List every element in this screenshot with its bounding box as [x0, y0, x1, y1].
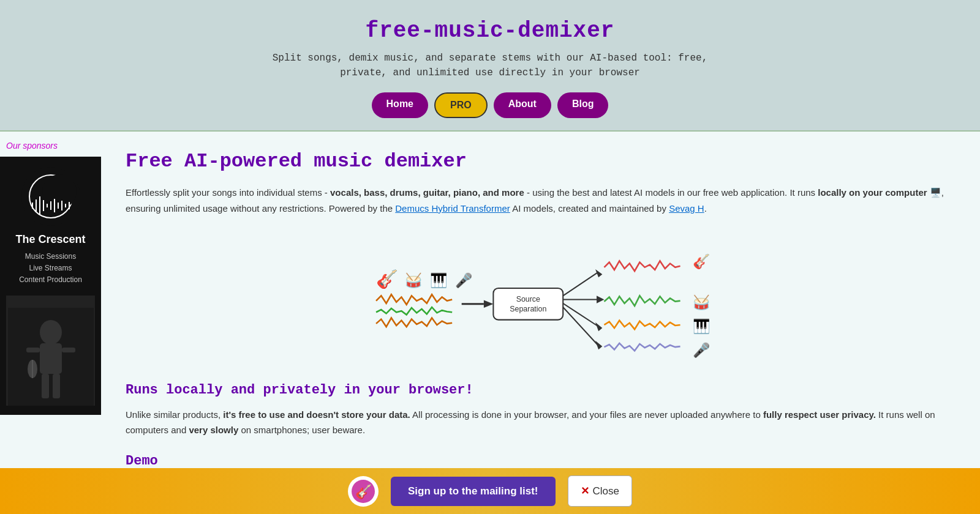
svg-line-38	[563, 307, 598, 345]
svg-text:🎤: 🎤	[455, 272, 473, 289]
svg-text:🎹: 🎹	[693, 318, 710, 335]
close-x-icon: ✕	[581, 485, 589, 497]
svg-text:🎸: 🎸	[376, 269, 399, 290]
svg-marker-28	[483, 300, 493, 308]
svg-line-36	[563, 304, 598, 326]
svg-text:🎸: 🎸	[693, 253, 710, 270]
local-title: Runs locally and privately in your brows…	[126, 382, 956, 398]
local-paragraph: Unlike similar products, it's free to us…	[126, 407, 956, 438]
main-content: Free AI-powered music demixer Effortless…	[101, 132, 980, 514]
close-label: Close	[593, 485, 619, 497]
svg-marker-35	[597, 296, 604, 303]
hero-title: Free AI-powered music demixer	[126, 150, 956, 173]
sponsor-card: The Crescent Music Sessions Live Streams…	[0, 157, 101, 415]
page-header: free-music-demixer Split songs, demix mu…	[0, 0, 980, 132]
mailing-list-button[interactable]: Sign up to the mailing list!	[391, 477, 556, 506]
svg-rect-16	[40, 343, 62, 374]
svg-text:🎤: 🎤	[693, 341, 710, 359]
hero-paragraph: Effortlessly split your songs into indiv…	[126, 185, 956, 216]
svg-text:🥁: 🥁	[693, 294, 710, 311]
svg-text:🎹: 🎹	[429, 272, 447, 289]
diagram-svg: 🎸 🥁 🎹 🎤 Source Separation	[357, 234, 725, 361]
svg-marker-37	[595, 322, 601, 331]
sponsor-logo	[20, 166, 81, 227]
svg-point-15	[40, 320, 62, 345]
svg-marker-39	[595, 341, 601, 349]
sponsors-label: Our sponsors	[0, 141, 101, 157]
site-subtitle: Split songs, demix music, and separate s…	[12, 51, 968, 80]
svg-text:Source: Source	[516, 295, 540, 304]
svg-rect-29	[493, 288, 563, 320]
svg-point-2	[42, 174, 77, 209]
nav-blog[interactable]: Blog	[557, 92, 609, 118]
demucs-link[interactable]: Demucs Hybrid Transformer	[395, 203, 510, 214]
sponsor-name: The Crescent	[6, 233, 95, 246]
guitar-icon: 🎸	[351, 479, 375, 504]
sevag-link[interactable]: Sevag H	[669, 203, 704, 214]
sponsor-services: Music Sessions Live Streams Content Prod…	[6, 251, 95, 286]
sponsor-logo-svg	[20, 166, 81, 227]
svg-rect-20	[53, 374, 60, 398]
nav-about[interactable]: About	[494, 92, 551, 118]
main-nav: Home PRO About Blog	[12, 92, 968, 118]
svg-text:Separation: Separation	[510, 305, 546, 313]
main-layout: Our sponsors	[0, 132, 980, 514]
svg-line-32	[563, 272, 598, 296]
sponsor-image	[8, 308, 94, 406]
svg-rect-19	[42, 374, 49, 398]
close-notification-button[interactable]: ✕ Close	[568, 475, 632, 507]
notification-icon: 🎸	[348, 476, 379, 507]
svg-rect-17	[26, 348, 40, 352]
separation-diagram: 🎸 🥁 🎹 🎤 Source Separation	[126, 228, 956, 367]
sidebar: Our sponsors	[0, 132, 101, 514]
site-title: free-music-demixer	[12, 18, 968, 43]
nav-pro[interactable]: PRO	[434, 92, 488, 118]
svg-rect-18	[62, 348, 75, 352]
notification-bar: 🎸 Sign up to the mailing list! ✕ Close B…	[0, 468, 980, 514]
demo-title: Demo	[126, 453, 956, 469]
nav-home[interactable]: Home	[372, 92, 428, 118]
svg-text:🥁: 🥁	[404, 272, 422, 289]
svg-text:🎸: 🎸	[355, 483, 372, 500]
